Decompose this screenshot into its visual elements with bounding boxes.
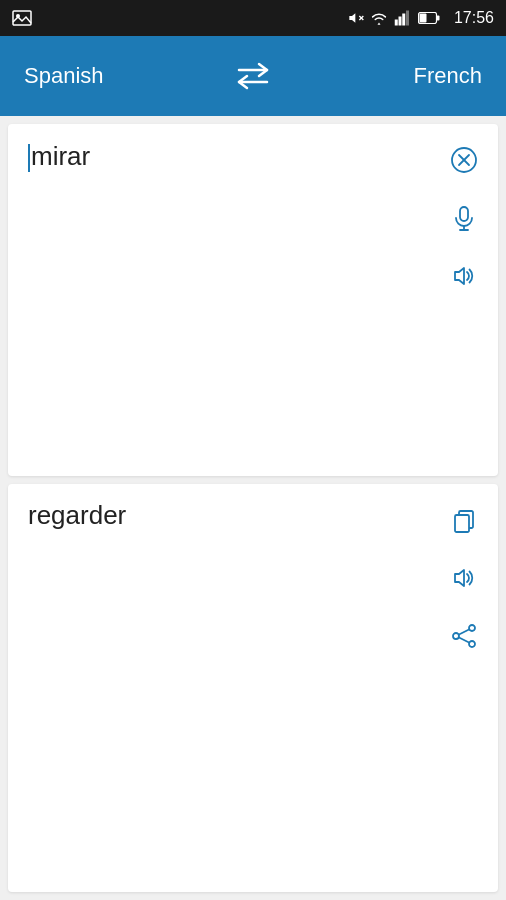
svg-point-23 <box>469 641 475 647</box>
svg-line-25 <box>459 638 469 643</box>
copy-button[interactable] <box>446 502 482 538</box>
microphone-button[interactable] <box>446 200 482 236</box>
svg-rect-6 <box>402 14 405 26</box>
share-icon <box>450 622 478 650</box>
svg-rect-20 <box>455 515 469 532</box>
svg-point-21 <box>469 625 475 631</box>
input-speak-button[interactable] <box>446 258 482 294</box>
battery-shape <box>418 12 440 24</box>
status-bar: 17:56 <box>0 0 506 36</box>
source-language[interactable]: Spanish <box>24 63 223 89</box>
input-area: mirar <box>28 140 438 460</box>
status-icons: 17:56 <box>348 9 494 27</box>
speaker-icon <box>450 262 478 290</box>
signal-icon <box>394 10 412 26</box>
share-button[interactable] <box>446 618 482 654</box>
translation-card: regarder <box>8 484 498 892</box>
svg-rect-9 <box>419 14 426 23</box>
wifi-icon <box>370 10 388 26</box>
svg-rect-4 <box>395 20 398 26</box>
status-time: 17:56 <box>454 9 494 27</box>
toolbar: Spanish French <box>0 36 506 116</box>
status-bar-left <box>12 10 32 26</box>
content-area: mirar <box>0 116 506 900</box>
mute-icon <box>348 10 364 26</box>
swap-languages-button[interactable] <box>223 62 283 90</box>
microphone-icon <box>450 204 478 232</box>
svg-rect-7 <box>406 11 409 26</box>
battery-icon <box>418 12 440 24</box>
input-card: mirar <box>8 124 498 476</box>
translation-area: regarder <box>28 500 438 531</box>
output-speaker-icon <box>450 564 478 592</box>
input-word: mirar <box>31 141 90 171</box>
svg-point-22 <box>453 633 459 639</box>
svg-rect-10 <box>436 16 439 21</box>
output-speak-button[interactable] <box>446 560 482 596</box>
clear-icon <box>450 146 478 174</box>
translation-text: regarder <box>28 500 438 531</box>
svg-rect-0 <box>13 11 31 25</box>
clear-button[interactable] <box>446 142 482 178</box>
svg-rect-16 <box>460 207 468 221</box>
image-icon <box>12 10 32 26</box>
input-actions <box>446 140 482 294</box>
input-text[interactable]: mirar <box>28 140 438 174</box>
target-language[interactable]: French <box>283 63 482 89</box>
text-cursor <box>28 144 30 172</box>
svg-rect-5 <box>398 17 401 26</box>
swap-icon <box>235 62 271 90</box>
copy-icon <box>450 506 478 534</box>
svg-line-24 <box>459 630 469 635</box>
output-actions <box>446 500 482 654</box>
